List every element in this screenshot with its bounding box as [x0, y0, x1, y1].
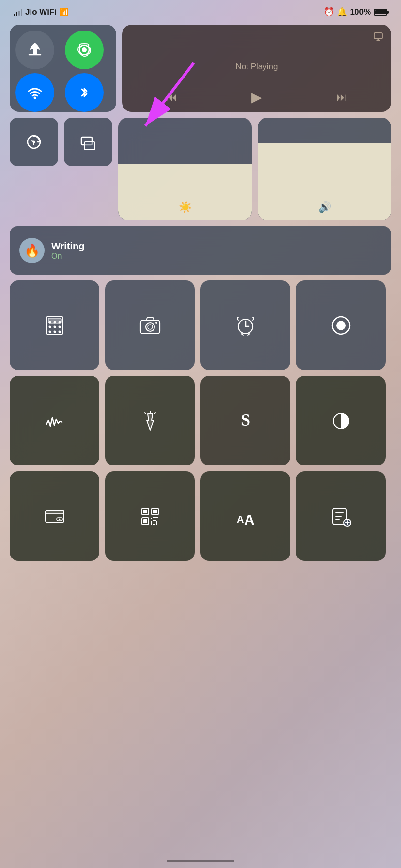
- cellular-data-button[interactable]: [65, 31, 104, 69]
- airplay-icon[interactable]: [373, 31, 384, 45]
- dark-mode-button[interactable]: [296, 376, 386, 465]
- svg-rect-42: [143, 519, 147, 523]
- svg-point-24: [155, 322, 157, 324]
- fast-forward-button[interactable]: ⏭: [336, 91, 347, 104]
- svg-point-14: [58, 326, 61, 328]
- svg-line-30: [154, 413, 155, 414]
- svg-point-27: [336, 321, 346, 330]
- brightness-icon: ☀️: [179, 201, 192, 214]
- calculator-button[interactable]: [10, 280, 99, 370]
- svg-point-18: [48, 321, 51, 323]
- carrier-name: Jio WiFi: [25, 7, 57, 17]
- svg-point-17: [58, 330, 61, 333]
- svg-point-12: [48, 326, 51, 328]
- qr-code-button[interactable]: [105, 471, 195, 561]
- signal-bars: [14, 9, 22, 16]
- icon-row-3: A A: [10, 471, 391, 561]
- rotation-icon: 🔔: [337, 7, 347, 17]
- svg-point-3: [82, 47, 87, 52]
- flashlight-button[interactable]: [105, 376, 195, 465]
- control-center: Not Playing ⏮ ▶ ⏭: [10, 25, 391, 561]
- svg-point-7: [33, 141, 35, 143]
- icon-row-1: [10, 280, 391, 370]
- play-button[interactable]: ▶: [251, 89, 262, 105]
- writing-tools-button[interactable]: 🔥 Writing On: [10, 226, 391, 275]
- wifi-button[interactable]: [15, 73, 54, 112]
- top-row: Not Playing ⏮ ▶ ⏭: [10, 25, 391, 112]
- svg-line-29: [145, 413, 146, 414]
- writing-tools-icon: 🔥: [19, 238, 45, 263]
- battery-percent: 100%: [350, 7, 371, 17]
- status-bar: Jio WiFi 📶 ⏰ 🔔 100%: [0, 0, 401, 21]
- screen-mirror-button[interactable]: [64, 118, 112, 166]
- second-row: ☀️ 🔊: [10, 118, 391, 220]
- screen-record-button[interactable]: [296, 280, 386, 370]
- alarm-button[interactable]: [200, 280, 290, 370]
- airplane-mode-button[interactable]: [15, 31, 54, 69]
- svg-text:A: A: [237, 514, 244, 525]
- svg-point-4: [34, 97, 36, 99]
- media-player[interactable]: Not Playing ⏮ ▶ ⏭: [122, 25, 391, 112]
- icon-row-2: S: [10, 376, 391, 465]
- fire-icon: 🔥: [24, 243, 40, 258]
- svg-point-16: [53, 330, 56, 333]
- svg-point-23: [148, 325, 153, 329]
- volume-slider[interactable]: 🔊: [258, 118, 391, 220]
- alarm-icon: ⏰: [324, 7, 334, 17]
- sound-recognition-button[interactable]: [10, 376, 99, 465]
- svg-point-13: [53, 326, 56, 328]
- text-size-button[interactable]: A A: [200, 471, 290, 561]
- svg-point-22: [146, 323, 154, 331]
- writing-tools-text: Writing On: [51, 241, 85, 261]
- battery-indicator: [374, 9, 387, 16]
- connectivity-block[interactable]: [10, 25, 116, 112]
- wallet-button[interactable]: [10, 471, 99, 561]
- add-note-button[interactable]: [296, 471, 386, 561]
- brightness-slider[interactable]: ☀️: [118, 118, 252, 220]
- status-right: ⏰ 🔔 100%: [324, 7, 387, 17]
- media-title: Not Playing: [130, 45, 384, 89]
- shazam-button[interactable]: S: [200, 376, 290, 465]
- wifi-status-icon: 📶: [60, 8, 69, 16]
- rotation-lock-button[interactable]: [10, 118, 58, 166]
- svg-point-20: [58, 321, 61, 323]
- volume-icon: 🔊: [318, 201, 331, 214]
- status-left: Jio WiFi 📶: [14, 7, 69, 17]
- svg-rect-38: [143, 510, 147, 513]
- battery-icon: [374, 9, 387, 16]
- svg-rect-5: [374, 33, 382, 39]
- writing-tools-subtitle: On: [51, 252, 85, 261]
- svg-point-19: [53, 321, 56, 323]
- media-top-bar: [130, 31, 384, 45]
- svg-rect-34: [46, 510, 64, 514]
- rewind-button[interactable]: ⏮: [167, 91, 177, 104]
- home-indicator[interactable]: [167, 860, 234, 862]
- svg-rect-40: [153, 510, 157, 513]
- svg-point-36: [59, 518, 60, 520]
- writing-tools-row: 🔥 Writing On: [10, 226, 391, 275]
- svg-rect-9: [84, 142, 95, 150]
- media-controls: ⏮ ▶ ⏭: [130, 89, 384, 105]
- svg-text:S: S: [240, 410, 250, 430]
- svg-point-15: [48, 330, 51, 333]
- writing-tools-title: Writing: [51, 241, 85, 252]
- svg-text:A: A: [244, 512, 255, 527]
- bluetooth-button[interactable]: [65, 73, 104, 112]
- camera-button[interactable]: [105, 280, 195, 370]
